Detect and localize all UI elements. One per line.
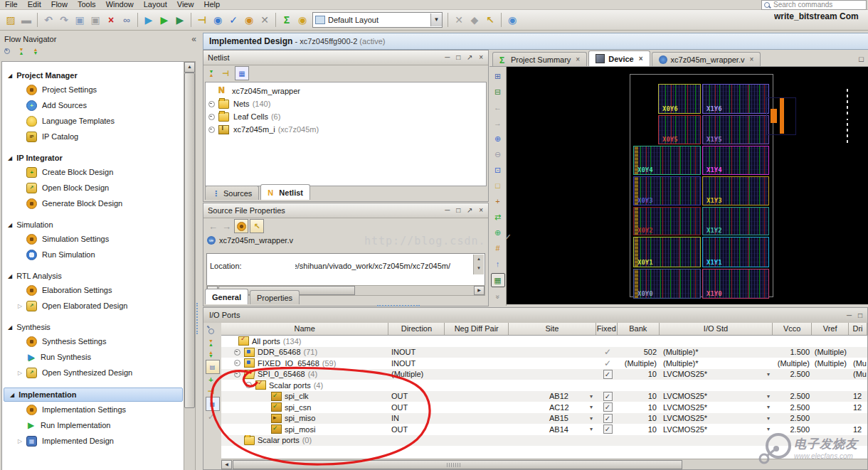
properties-icon[interactable]: ⊣ (220, 68, 231, 79)
clock-region[interactable]: X1Y5 (702, 115, 769, 144)
search-commands-box[interactable]: Search commands (761, 0, 867, 10)
flow-nav-item[interactable]: Run Simulation (2, 247, 184, 262)
maximize-icon[interactable]: □ (859, 55, 864, 63)
paste-icon[interactable]: ▣ (88, 13, 102, 27)
column-header[interactable]: Direction (388, 323, 445, 335)
panel-splitter[interactable] (196, 303, 201, 334)
tree-expander-icon[interactable] (234, 371, 240, 378)
site-cell[interactable] (509, 358, 597, 369)
tree-expander-icon[interactable] (208, 127, 215, 133)
search-icon[interactable] (206, 326, 217, 337)
column-header[interactable]: Vcco (773, 323, 812, 335)
site-cell[interactable]: AC12▾ (509, 402, 597, 413)
dropdown-icon[interactable]: ▾ (590, 404, 593, 410)
device-tool-icon[interactable]: ⊕ (492, 226, 504, 239)
workspace-tab[interactable]: xc7z045m_wrapper.v × (652, 52, 761, 66)
clock-region[interactable]: X0Y3 (633, 176, 701, 205)
save-icon[interactable]: ▬ (19, 13, 33, 27)
column-header[interactable]: Fixed (596, 323, 618, 335)
dropdown-icon[interactable]: ▾ (767, 404, 770, 410)
device-tool-icon[interactable]: → (492, 117, 504, 129)
collapse-all-icon[interactable]: ▼▲ (16, 46, 27, 57)
dropdown-icon[interactable]: ▾ (767, 393, 770, 400)
menu-item[interactable]: File (0, 0, 23, 9)
settings-gear-icon[interactable] (234, 219, 248, 233)
site-cell[interactable] (509, 380, 597, 391)
workspace-tab[interactable]: Device × (588, 50, 650, 66)
copy-icon[interactable]: ▣ (73, 13, 87, 27)
io-port-row[interactable]: spi_clk OUT AB12▾ 10 LVCMOS25*▾ 2.500 (221, 391, 867, 402)
netlist-bottom-tab[interactable]: Sources (205, 186, 259, 200)
fixed-checkbox[interactable] (603, 424, 613, 434)
site-cell[interactable]: AB14▾ (509, 424, 597, 435)
menu-item[interactable]: Tools (73, 0, 101, 9)
column-header[interactable]: I/O Std (660, 323, 773, 335)
project-summary-icon[interactable]: Σ (280, 13, 294, 27)
netlist-tree-row[interactable]: Nets (140) (206, 97, 486, 110)
flow-nav-section-header[interactable]: ◢ Implementation (4, 388, 183, 402)
flow-nav-section-header[interactable]: ◢ IP Integrator (2, 151, 184, 164)
netlist-bottom-tab[interactable]: Netlist (260, 184, 310, 200)
unpin-icon[interactable]: ◆ (467, 13, 482, 27)
clock-region[interactable]: X1Y0 (702, 269, 769, 299)
dropdown-icon[interactable]: ▾ (590, 393, 593, 400)
flow-nav-item[interactable]: Elaboration Settings (2, 282, 184, 298)
iostd-cell[interactable] (660, 380, 774, 391)
clock-region[interactable]: X0Y2 (633, 207, 701, 235)
back-icon[interactable]: ← (208, 221, 218, 232)
flow-nav-section-header[interactable]: ◢ Project Manager (2, 69, 184, 82)
menu-item[interactable]: Flow (46, 0, 73, 9)
tree-expander-icon[interactable] (245, 382, 252, 388)
site-cell[interactable] (509, 347, 597, 358)
constraints-icon[interactable]: ⊣ (195, 13, 209, 27)
clock-region[interactable]: X1Y3 (702, 176, 769, 205)
more-tools-icon[interactable]: » (494, 295, 502, 299)
section-expander-icon[interactable]: ◢ (8, 155, 12, 161)
settings-gear-icon[interactable]: ◉ (242, 13, 256, 27)
add-group-icon[interactable]: + (206, 374, 217, 385)
io-port-row[interactable]: spi_csn OUT AC12▾ 10 LVCMOS25*▾ 2.500 (221, 402, 867, 413)
fixed-checkbox[interactable] (603, 392, 613, 401)
clock-region[interactable]: X1Y2 (702, 207, 769, 235)
column-header[interactable]: Bank (618, 323, 660, 335)
iostd-cell[interactable]: (Multiple)* (660, 347, 774, 358)
scroll-left-icon[interactable]: ◀ (221, 460, 232, 469)
device-tool-icon[interactable]: ⊖ (492, 148, 504, 161)
item-expander-icon[interactable]: ▷ (18, 303, 23, 309)
iostd-cell[interactable]: LVCMOS25*▾ (660, 391, 774, 402)
fixed-cell[interactable] (597, 391, 618, 402)
device-tool-icon[interactable]: # (492, 242, 504, 255)
flow-nav-section-header[interactable]: ◢ Simulation (2, 218, 184, 231)
tree-expander-icon[interactable] (208, 114, 215, 120)
dropdown-icon[interactable]: ▾ (590, 426, 593, 432)
sfp-bottom-tab[interactable]: General (205, 289, 248, 304)
expand-all-icon[interactable]: ▲▼ (206, 348, 217, 360)
group-ports-icon[interactable]: ▤ (206, 360, 220, 374)
device-tool-icon[interactable]: ← (492, 101, 504, 114)
clock-region[interactable]: X0Y5 (658, 115, 701, 144)
feedback-icon[interactable]: ◉ (505, 13, 519, 27)
scroll-right-icon[interactable]: ▶ (474, 286, 485, 295)
device-tool-icon[interactable]: ⇄ (492, 210, 504, 223)
iostd-cell[interactable]: LVCMOS25*▾ (660, 413, 774, 424)
clock-region[interactable]: X0Y1 (633, 237, 701, 267)
dropdown-icon[interactable]: ▾ (767, 371, 770, 378)
tools-icon[interactable]: ✕ (258, 13, 272, 27)
fixed-checkbox[interactable] (604, 347, 611, 357)
site-cell[interactable] (509, 336, 597, 347)
flow-nav-item[interactable]: IP Catalog (2, 129, 184, 144)
iostd-cell[interactable]: (Multiple)* (660, 358, 774, 369)
fixed-cell[interactable] (597, 347, 618, 358)
item-expander-icon[interactable]: ▷ (18, 438, 23, 444)
item-expander-icon[interactable]: ▷ (18, 370, 23, 376)
column-header[interactable]: Site (509, 323, 596, 335)
flow-nav-section-header[interactable]: ◢ RTL Analysis (2, 269, 184, 282)
section-expander-icon[interactable]: ◢ (8, 73, 12, 79)
undo-icon[interactable]: ↶ (41, 13, 55, 27)
forward-icon[interactable]: → (222, 221, 231, 232)
section-expander-icon[interactable]: ◢ (10, 392, 14, 398)
scroll-thumb[interactable] (233, 460, 682, 469)
flow-nav-item[interactable]: Run Implementation (2, 417, 184, 433)
section-expander-icon[interactable]: ◢ (8, 324, 12, 331)
flow-nav-item[interactable]: ▷ Implemented Design (2, 433, 184, 449)
